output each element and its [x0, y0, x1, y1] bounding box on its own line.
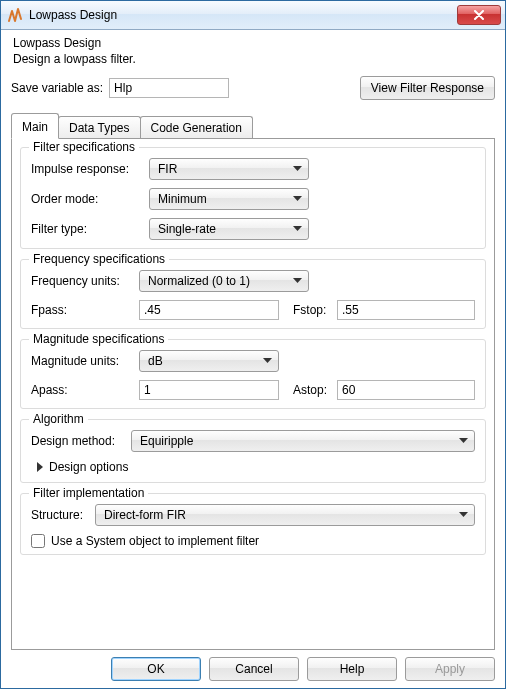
- impulse-response-label: Impulse response:: [31, 162, 149, 176]
- magnitude-units-select[interactable]: dB: [139, 350, 279, 372]
- magnitude-units-value: dB: [148, 354, 163, 368]
- impulse-response-value: FIR: [158, 162, 177, 176]
- group-frequency-spec-legend: Frequency specifications: [29, 252, 169, 266]
- apass-label: Apass:: [31, 383, 139, 397]
- system-object-checkbox[interactable]: [31, 534, 45, 548]
- page-description: Design a lowpass filter.: [13, 52, 495, 66]
- filter-type-label: Filter type:: [31, 222, 149, 236]
- chevron-down-icon: [293, 196, 302, 202]
- tab-pane-main: Filter specifications Impulse response: …: [11, 138, 495, 650]
- ok-button[interactable]: OK: [111, 657, 201, 681]
- fpass-label: Fpass:: [31, 303, 139, 317]
- frequency-units-label: Frequency units:: [31, 274, 139, 288]
- tab-code-generation[interactable]: Code Generation: [140, 116, 253, 139]
- design-method-value: Equiripple: [140, 434, 193, 448]
- group-magnitude-spec: Magnitude specifications Magnitude units…: [20, 339, 486, 409]
- astop-input[interactable]: [337, 380, 475, 400]
- structure-label: Structure:: [31, 508, 95, 522]
- chevron-down-icon: [459, 438, 468, 444]
- design-options-expander[interactable]: Design options: [37, 460, 475, 474]
- group-filter-spec: Filter specifications Impulse response: …: [20, 147, 486, 249]
- group-implementation: Filter implementation Structure: Direct-…: [20, 493, 486, 555]
- filter-type-select[interactable]: Single-rate: [149, 218, 309, 240]
- chevron-down-icon: [263, 358, 272, 364]
- chevron-down-icon: [293, 278, 302, 284]
- dialog-window: Lowpass Design Lowpass Design Design a l…: [0, 0, 506, 689]
- page-title: Lowpass Design: [13, 36, 495, 50]
- window-title: Lowpass Design: [29, 8, 457, 22]
- tab-data-types[interactable]: Data Types: [58, 116, 140, 139]
- fstop-label: Fstop:: [293, 303, 337, 317]
- design-options-label: Design options: [49, 460, 128, 474]
- close-icon: [473, 10, 485, 20]
- group-filter-spec-legend: Filter specifications: [29, 140, 139, 154]
- group-implementation-legend: Filter implementation: [29, 486, 148, 500]
- apass-input[interactable]: [139, 380, 279, 400]
- group-magnitude-spec-legend: Magnitude specifications: [29, 332, 168, 346]
- group-algorithm-legend: Algorithm: [29, 412, 88, 426]
- apply-button[interactable]: Apply: [405, 657, 495, 681]
- cancel-button[interactable]: Cancel: [209, 657, 299, 681]
- titlebar: Lowpass Design: [1, 1, 505, 30]
- app-icon: [7, 7, 23, 23]
- chevron-down-icon: [293, 166, 302, 172]
- structure-value: Direct-form FIR: [104, 508, 186, 522]
- view-filter-response-button[interactable]: View Filter Response: [360, 76, 495, 100]
- system-object-label: Use a System object to implement filter: [51, 534, 259, 548]
- design-method-select[interactable]: Equiripple: [131, 430, 475, 452]
- structure-select[interactable]: Direct-form FIR: [95, 504, 475, 526]
- help-button[interactable]: Help: [307, 657, 397, 681]
- filter-type-value: Single-rate: [158, 222, 216, 236]
- astop-label: Astop:: [293, 383, 337, 397]
- fpass-input[interactable]: [139, 300, 279, 320]
- chevron-down-icon: [293, 226, 302, 232]
- order-mode-value: Minimum: [158, 192, 207, 206]
- dialog-footer: OK Cancel Help Apply: [1, 650, 505, 688]
- group-algorithm: Algorithm Design method: Equiripple Desi…: [20, 419, 486, 483]
- design-method-label: Design method:: [31, 434, 131, 448]
- frequency-units-select[interactable]: Normalized (0 to 1): [139, 270, 309, 292]
- magnitude-units-label: Magnitude units:: [31, 354, 139, 368]
- fstop-input[interactable]: [337, 300, 475, 320]
- save-variable-label: Save variable as:: [11, 81, 103, 95]
- dialog-body: Lowpass Design Design a lowpass filter. …: [1, 30, 505, 650]
- order-mode-label: Order mode:: [31, 192, 149, 206]
- order-mode-select[interactable]: Minimum: [149, 188, 309, 210]
- triangle-right-icon: [37, 462, 43, 472]
- save-variable-row: Save variable as: View Filter Response: [11, 76, 495, 100]
- chevron-down-icon: [459, 512, 468, 518]
- save-variable-input[interactable]: [109, 78, 229, 98]
- tab-main[interactable]: Main: [11, 113, 59, 139]
- tab-strip: Main Data Types Code Generation: [11, 112, 495, 138]
- group-frequency-spec: Frequency specifications Frequency units…: [20, 259, 486, 329]
- frequency-units-value: Normalized (0 to 1): [148, 274, 250, 288]
- impulse-response-select[interactable]: FIR: [149, 158, 309, 180]
- close-button[interactable]: [457, 5, 501, 25]
